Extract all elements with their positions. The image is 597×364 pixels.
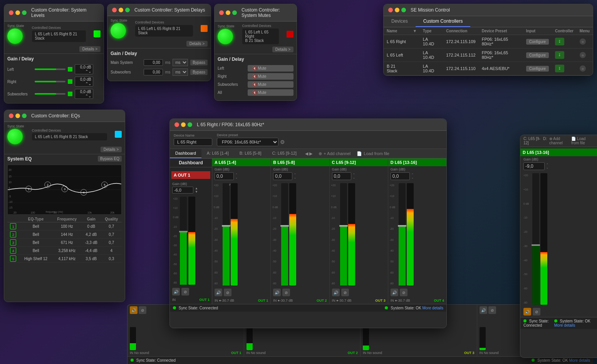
right-add-channel[interactable]: ⊕ Add channel [549,137,569,145]
channel-a-gain-input[interactable] [215,172,234,180]
close-button-delays[interactable] [112,8,117,12]
bottom-mute1[interactable]: ⊘ [139,306,146,314]
details-button-eq[interactable]: Details > [101,147,122,152]
menu-dot-2[interactable]: ○ [580,65,586,72]
minimize-button-mutes[interactable] [226,10,230,15]
mixer-tab-c[interactable]: C: L65 [9-12] [267,149,302,158]
mute-a[interactable]: ⊘ [224,289,231,296]
right-tab-c[interactable]: C: L65 [9-12] [523,137,541,145]
speaker-d[interactable]: 🔊 [391,289,398,296]
mute-b[interactable]: ⊘ [282,289,290,296]
right-fader-d-handle[interactable] [532,244,540,246]
details-button-levels[interactable]: Details > [79,46,101,52]
mute-c[interactable]: ⊘ [341,289,349,296]
fader-b-handle[interactable] [280,225,289,227]
fader-handle-dash[interactable] [179,231,188,232]
details-button-mutes[interactable]: Details > [272,47,293,52]
channel-c-stepper[interactable]: ⌃⌄ [353,173,355,179]
speaker-btn-dash[interactable]: 🔊 [172,288,180,296]
fader-d-handle[interactable] [398,225,406,227]
mute-right-btn[interactable]: 🔇 Mute [248,73,293,80]
gain-input-dashboard[interactable] [172,187,193,194]
minimize-mixer[interactable] [181,122,186,127]
bypass-eq-btn[interactable]: Bypass EQ [98,156,122,162]
fader-a[interactable]: PEAK RMS [223,183,230,286]
right-speaker-d[interactable]: 🔊 [523,308,531,316]
mute-all-btn[interactable]: 🔇 Mute [248,89,293,96]
mixer-tab-a[interactable]: A: L65 [1-4] [201,149,234,158]
maximize-mc[interactable] [401,8,406,12]
close-button-mutes[interactable] [219,10,224,15]
mixer-tab-dashboard[interactable]: Dashboard [170,149,201,158]
minimize-button[interactable] [15,10,20,15]
right-fader-d[interactable] [532,173,539,305]
maximize-mixer[interactable] [188,122,192,127]
fader-a-handle[interactable] [222,225,230,227]
maximize-button-delays[interactable] [125,8,130,12]
mute-btn-dash[interactable]: ⊘ [181,288,189,296]
fader-d[interactable] [399,183,406,286]
right-mute-d[interactable]: ⊘ [533,308,540,316]
speaker-a[interactable]: 🔊 [215,289,222,296]
fader-c[interactable] [340,183,347,286]
speaker-c[interactable]: 🔊 [332,289,340,296]
fader-track-dash[interactable] [180,197,187,285]
right-load-file[interactable]: 📄 Load from file [571,137,594,145]
channel-d-gain-input[interactable] [391,172,410,180]
menu-dot-0[interactable]: ○ [580,38,586,45]
subs-slider[interactable] [35,93,65,95]
configure-btn-1[interactable]: Configure [526,52,549,58]
close-eq[interactable] [9,114,13,118]
channel-c-gain-input[interactable] [332,172,351,180]
bottom-sp1[interactable]: 🔊 [130,306,138,314]
bottom-more-details[interactable]: More details [569,358,590,362]
more-details-link[interactable]: More details [423,306,443,310]
tab-custom-controllers[interactable]: Custom Controllers [416,16,471,27]
nav-arrows[interactable]: ◀ ▶ [302,149,315,158]
bottom-mute4[interactable]: ⊘ [488,306,496,314]
right-d-gain-input[interactable] [523,162,545,170]
close-mc[interactable] [388,8,393,12]
preset-settings-icon[interactable]: ⚙ [280,139,285,145]
left-slider[interactable] [35,68,65,70]
mute-subs-btn[interactable]: 🔇 Mute [248,81,293,88]
mute-left-btn[interactable]: 🔇 Mute [248,65,293,72]
configure-btn-0[interactable]: Configure [526,39,549,45]
main-bypass-btn[interactable]: Bypass [190,60,208,65]
close-button[interactable] [9,10,13,15]
maximize-button[interactable] [22,10,27,15]
bottom-sp4[interactable]: 🔊 [480,306,487,314]
subs-bypass-btn[interactable]: Bypass [190,69,208,75]
right-slider[interactable] [35,81,65,82]
channel-b-gain-input[interactable] [273,172,292,180]
main-delay-select[interactable]: ms [173,59,188,66]
subs-delay-value[interactable] [144,69,163,75]
channel-b-stepper[interactable]: ⌃⌄ [294,173,296,179]
minimize-button-delays[interactable] [119,8,123,12]
close-mixer[interactable] [174,122,179,127]
minimize-eq[interactable] [15,114,20,118]
add-channel-btn[interactable]: ⊕ + Add channel [315,149,354,158]
channel-d-stepper[interactable]: ⌃⌄ [411,173,414,179]
maximize-eq[interactable] [22,114,27,118]
device-preset-select[interactable]: FP06: 16xL65 80Hz* [217,138,278,146]
speaker-b[interactable]: 🔊 [273,289,281,296]
gain-stepper[interactable]: ▲▼ [195,187,198,194]
mixer-tab-b[interactable]: B: L65 [5-8] [234,149,267,158]
tab-devices[interactable]: Devices [384,16,416,27]
load-file-btn[interactable]: 📄 Load from file [354,149,392,158]
mute-d[interactable]: ⊘ [400,289,408,296]
fader-b[interactable] [281,183,288,286]
configure-btn-2[interactable]: Configure [526,66,549,72]
main-system-value[interactable] [144,59,163,66]
right-more-details[interactable]: More details [554,323,575,327]
menu-dot-1[interactable]: ○ [580,52,586,58]
fader-c-handle[interactable] [339,225,348,227]
device-name-value[interactable]: L 65 Right [174,138,212,146]
minimize-mc[interactable] [395,8,399,12]
details-button-delays[interactable]: Details > [186,41,208,47]
subs-delay-select[interactable]: ms [173,68,188,76]
maximize-button-mutes[interactable] [232,10,237,15]
right-d-stepper[interactable]: ⌃⌄ [546,163,548,169]
channel-a-stepper[interactable]: ⌃⌄ [235,173,238,179]
